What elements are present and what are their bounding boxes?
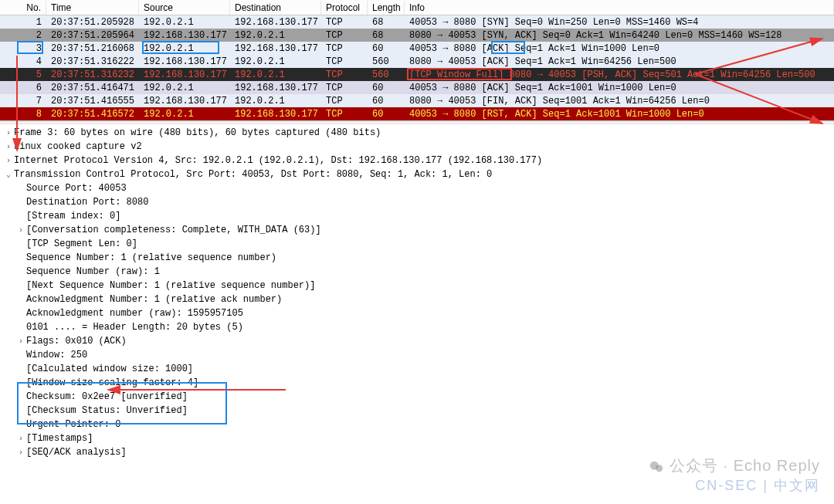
cell-info: 8080 → 40053 [ACK] Seq=1 Ack=1 Win=64256…	[405, 56, 834, 67]
cell-source: 192.0.2.1	[139, 83, 230, 93]
cell-source: 192.0.2.1	[139, 109, 230, 120]
cell-info: 8080 → 40053 [FIN, ACK] Seq=1001 Ack=1 W…	[405, 96, 834, 107]
tcp-seglen[interactable]: [TCP Segment Len: 0]	[0, 237, 834, 251]
cell-info: 8080 → 40053 [SYN, ACK] Seq=0 Ack=1 Win=…	[405, 30, 834, 41]
packet-row[interactable]: 120:37:51.205928192.0.2.1192.168.130.177…	[0, 15, 834, 29]
tcp-conv[interactable]: ›[Conversation completeness: Complete, W…	[0, 223, 834, 237]
watermark: 公众号 · Echo Reply CN-SEC | 中文网	[648, 455, 820, 495]
cell-dest: 192.0.2.1	[230, 56, 321, 67]
col-header-source[interactable]: Source	[139, 1, 230, 15]
tcp-srcport[interactable]: Source Port: 40053	[0, 181, 834, 195]
expand-icon[interactable]: ›	[15, 225, 26, 236]
col-header-length[interactable]: Length	[368, 1, 405, 15]
tcp-seqraw[interactable]: Sequence Number (raw): 1	[0, 265, 834, 279]
cell-dest: 192.168.130.177	[230, 83, 321, 93]
tcp-ackraw[interactable]: Acknowledgment number (raw): 1595957105	[0, 306, 834, 320]
packet-row[interactable]: 320:37:51.216068192.0.2.1192.168.130.177…	[0, 42, 834, 55]
tcp-node[interactable]: ⌄Transmission Control Protocol, Src Port…	[0, 167, 834, 181]
tcp-scalefac[interactable]: [Window size scaling factor: 4]	[0, 376, 834, 390]
cell-proto: TCP	[321, 17, 368, 28]
tcp-calcwin[interactable]: [Calculated window size: 1000]	[0, 362, 834, 376]
tcp-seqack[interactable]: ›[SEQ/ACK analysis]	[0, 445, 834, 459]
cell-proto: TCP	[321, 43, 368, 54]
packet-row[interactable]: 620:37:51.416471192.0.2.1192.168.130.177…	[0, 81, 834, 94]
packet-row[interactable]: 820:37:51.416572192.0.2.1192.168.130.177…	[0, 107, 834, 120]
linux-cooked-node[interactable]: ›Linux cooked capture v2	[0, 140, 834, 154]
cell-no: 6	[14, 83, 46, 93]
col-header-time[interactable]: Time	[46, 1, 139, 15]
cell-time: 20:37:51.416555	[46, 96, 139, 107]
tcp-urgent[interactable]: Urgent Pointer: 0	[0, 418, 834, 431]
cell-length: 68	[368, 30, 405, 41]
wechat-icon	[648, 458, 665, 475]
cell-time: 20:37:51.205928	[46, 17, 139, 28]
ip-node[interactable]: ›Internet Protocol Version 4, Src: 192.0…	[0, 154, 834, 167]
expand-icon[interactable]: ›	[3, 155, 14, 167]
cell-dest: 192.0.2.1	[230, 30, 321, 41]
cell-source: 192.0.2.1	[139, 43, 230, 54]
expand-icon[interactable]: ›	[3, 127, 14, 139]
cell-source: 192.168.130.177	[139, 69, 230, 80]
expand-icon[interactable]: ›	[15, 336, 26, 347]
tcp-acknum[interactable]: Acknowledgment Number: 1 (relative ack n…	[0, 293, 834, 306]
col-header-info[interactable]: Info	[405, 1, 834, 15]
cell-proto: TCP	[321, 96, 368, 107]
tcp-seqnum[interactable]: Sequence Number: 1 (relative sequence nu…	[0, 251, 834, 265]
cell-proto: TCP	[321, 56, 368, 67]
tcp-nextseq[interactable]: [Next Sequence Number: 1 (relative seque…	[0, 279, 834, 293]
col-header-no[interactable]: No.	[14, 1, 46, 15]
packet-row[interactable]: 420:37:51.316222192.168.130.177192.0.2.1…	[0, 55, 834, 68]
cell-dest: 192.168.130.177	[230, 109, 321, 120]
cell-length: 60	[368, 96, 405, 107]
packet-list-header: No. Time Source Destination Protocol Len…	[0, 0, 834, 15]
expand-icon[interactable]: ›	[3, 141, 14, 153]
packet-row[interactable]: 520:37:51.316232192.168.130.177192.0.2.1…	[0, 68, 834, 81]
cell-proto: TCP	[321, 109, 368, 120]
cell-proto: TCP	[321, 69, 368, 80]
cell-info: 40053 → 8080 [SYN] Seq=0 Win=250 Len=0 M…	[405, 17, 834, 28]
cell-info: 40053 → 8080 [ACK] Seq=1 Ack=1001 Win=10…	[405, 83, 834, 93]
expand-icon[interactable]: ›	[15, 433, 26, 445]
cell-info: 40053 → 8080 [ACK] Seq=1 Ack=1 Win=1000 …	[405, 43, 834, 54]
cell-source: 192.0.2.1	[139, 17, 230, 28]
tcp-flags[interactable]: ›Flags: 0x010 (ACK)	[0, 334, 834, 348]
cell-no: 1	[14, 17, 46, 28]
col-header-proto[interactable]: Protocol	[321, 1, 368, 15]
cell-no: 4	[14, 56, 46, 67]
tcp-chkstatus[interactable]: [Checksum Status: Unverified]	[0, 404, 834, 418]
cell-source: 192.168.130.177	[139, 30, 230, 41]
tcp-timestamps[interactable]: ›[Timestamps]	[0, 431, 834, 445]
tcp-dstport[interactable]: Destination Port: 8080	[0, 195, 834, 209]
col-header-dest[interactable]: Destination	[230, 1, 321, 15]
svg-point-4	[650, 461, 659, 469]
cell-no: 8	[14, 109, 46, 120]
cell-dest: 192.0.2.1	[230, 96, 321, 107]
cell-info: 40053 → 8080 [RST, ACK] Seq=1 Ack=1001 W…	[405, 109, 834, 120]
cell-time: 20:37:51.416471	[46, 83, 139, 93]
cell-time: 20:37:51.316222	[46, 56, 139, 67]
cell-time: 20:37:51.316232	[46, 69, 139, 80]
frame-node[interactable]: ›Frame 3: 60 bytes on wire (480 bits), 6…	[0, 126, 834, 140]
cell-length: 560	[368, 56, 405, 67]
cell-dest: 192.168.130.177	[230, 17, 321, 28]
cell-info: [TCP Window Full] 8080 → 40053 [PSH, ACK…	[405, 69, 834, 80]
packet-row[interactable]: 220:37:51.205964192.168.130.177192.0.2.1…	[0, 29, 834, 42]
tcp-hdrlen[interactable]: 0101 .... = Header Length: 20 bytes (5)	[0, 320, 834, 334]
expand-icon[interactable]: ›	[15, 447, 26, 458]
tcp-window[interactable]: Window: 250	[0, 348, 834, 362]
cell-dest: 192.0.2.1	[230, 69, 321, 80]
cell-proto: TCP	[321, 30, 368, 41]
cell-source: 192.168.130.177	[139, 96, 230, 107]
cell-dest: 192.168.130.177	[230, 43, 321, 54]
tcp-checksum[interactable]: Checksum: 0x2ee7 [unverified]	[0, 390, 834, 404]
packet-row[interactable]: 720:37:51.416555192.168.130.177192.0.2.1…	[0, 94, 834, 107]
packet-list[interactable]: No. Time Source Destination Protocol Len…	[0, 0, 834, 121]
cell-source: 192.168.130.177	[139, 56, 230, 67]
cell-length: 60	[368, 109, 405, 120]
collapse-icon[interactable]: ⌄	[3, 169, 14, 181]
tcp-stream[interactable]: [Stream index: 0]	[0, 209, 834, 223]
cell-length: 68	[368, 17, 405, 28]
cell-time: 20:37:51.416572	[46, 109, 139, 120]
cell-no: 7	[14, 96, 46, 107]
packet-details-pane[interactable]: ›Frame 3: 60 bytes on wire (480 bits), 6…	[0, 124, 834, 461]
